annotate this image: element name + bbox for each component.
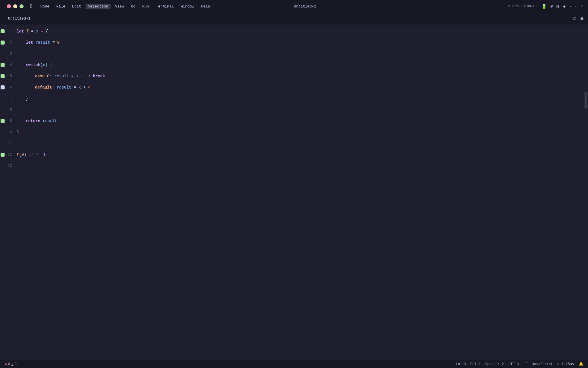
token-break: break xyxy=(93,74,105,78)
menu-edit[interactable]: Edit xyxy=(70,4,83,9)
notification-icon[interactable]: 🔔 xyxy=(579,362,583,367)
token-space-2 xyxy=(33,40,35,45)
menu-help[interactable]: Help xyxy=(199,4,212,9)
language-mode[interactable]: JavaScript xyxy=(532,362,553,366)
apple-icon[interactable]:  xyxy=(30,3,34,9)
time-icon[interactable]: ◷ xyxy=(556,3,559,9)
breakpoint-11[interactable] xyxy=(1,141,5,145)
token-paren-open: ( xyxy=(40,63,42,67)
token-semi: ; xyxy=(88,74,93,78)
menu-bar:  Code File Edit Selection View Go Run T… xyxy=(30,3,212,9)
token-space-4: { xyxy=(48,63,53,67)
code-line-2: let result = 0 xyxy=(14,37,588,48)
breakpoint-4[interactable] xyxy=(1,63,5,67)
token-space-12 xyxy=(26,152,29,157)
dot-indicator xyxy=(581,17,583,20)
airplay-icon[interactable]: ⊙ xyxy=(550,3,553,9)
code-line-5: case 0 : result = x + 1 ; break xyxy=(14,70,588,82)
status-right: Ln 13, Col 1 Spaces: 2 UTF-8 LF JavaScri… xyxy=(456,362,583,367)
menu-terminal[interactable]: Terminal xyxy=(154,4,176,9)
token-let-2: let xyxy=(26,40,33,45)
token-brace-open: { xyxy=(43,29,48,34)
cursor xyxy=(17,163,17,168)
breakpoint-9[interactable] xyxy=(1,119,5,123)
errors-indicator[interactable]: ⊗ 0 △ 0 xyxy=(5,362,17,367)
close-button[interactable] xyxy=(7,4,11,8)
gutter-row-7: 7 xyxy=(0,93,14,104)
token-result-2: result xyxy=(54,74,69,78)
list-icon[interactable]: ≡ xyxy=(581,4,583,9)
line-number-7: 7 xyxy=(6,96,12,101)
editor-area[interactable]: 1 2 3 4 5 6 7 xyxy=(0,24,588,360)
breakpoint-6[interactable] xyxy=(1,85,5,89)
breakpoint-2[interactable] xyxy=(1,41,5,45)
token-plus-6: + xyxy=(81,85,88,90)
minimize-button[interactable] xyxy=(13,4,17,8)
maximize-button[interactable] xyxy=(20,4,24,8)
menu-window[interactable]: Window xyxy=(178,4,196,9)
warn-icon: △ xyxy=(11,362,13,367)
token-default: default xyxy=(35,85,52,90)
token-f: f xyxy=(26,29,29,34)
breakpoint-3[interactable] xyxy=(1,52,5,56)
error-icon: ⊗ xyxy=(5,362,7,367)
token-switch: switch xyxy=(26,63,40,67)
menu-selection[interactable]: Selection xyxy=(86,4,110,9)
extension-icon[interactable]: ◈ xyxy=(563,3,566,9)
token-comment-12: // ? xyxy=(29,152,43,157)
menu-run[interactable]: Run xyxy=(140,4,151,9)
code-line-12: f ( 0 ) // ? 1 xyxy=(14,149,588,160)
menu-file[interactable]: File xyxy=(54,4,67,9)
network-info: 0 KB/s ↑ 0 KB/s ↓ xyxy=(508,5,538,8)
indentation[interactable]: Spaces: 2 xyxy=(485,362,504,366)
gutter-row-8: 8 xyxy=(0,104,14,115)
token-x-6: x xyxy=(78,85,81,90)
more-icon[interactable]: ··· xyxy=(569,4,577,9)
breakpoint-7[interactable] xyxy=(1,97,5,101)
token-eq-6: = xyxy=(71,85,78,90)
code-panel[interactable]: let f = x ⇒ { let result = 0 switch ( x … xyxy=(14,24,588,360)
code-line-7: } xyxy=(14,93,588,104)
breakpoint-5[interactable] xyxy=(1,74,5,78)
token-space-5a xyxy=(45,74,47,78)
token-return: return xyxy=(26,119,40,123)
breakpoint-12[interactable] xyxy=(1,153,5,157)
breakpoint-13[interactable] xyxy=(1,164,5,168)
token-one-5: 1 xyxy=(86,74,88,78)
menu-view[interactable]: View xyxy=(113,4,126,9)
gutter-row-6: 6 xyxy=(0,82,14,93)
status-bar: ⊗ 0 △ 0 Ln 13, Col 1 Spaces: 2 UTF-8 LF … xyxy=(0,360,588,368)
code-line-11 xyxy=(14,138,588,149)
token-plus-5: + xyxy=(78,74,86,78)
token-paren-close: ) xyxy=(45,63,47,67)
gutter-row-5: 5 xyxy=(0,70,14,82)
token-space-9 xyxy=(40,119,42,123)
menu-code[interactable]: Code xyxy=(38,4,52,9)
encoding[interactable]: UTF-8 xyxy=(508,362,519,366)
token-case: case xyxy=(35,74,45,78)
token-brace-close-10: } xyxy=(17,130,19,135)
editor-tab[interactable]: Untitled-1 xyxy=(5,15,34,22)
gutter-row-12: 12 xyxy=(0,149,14,160)
token-eq-5: = xyxy=(69,74,76,78)
gutter-row-3: 3 xyxy=(0,48,14,59)
test-result[interactable]: ✔ 1.25ms xyxy=(557,362,574,366)
tab-bar: Untitled-1 ⧉ xyxy=(0,13,588,24)
battery-icon: 🔋 xyxy=(541,3,547,9)
cursor-position[interactable]: Ln 13, Col 1 xyxy=(456,362,481,366)
scrollbar[interactable] xyxy=(585,91,587,109)
breakpoint-8[interactable] xyxy=(1,108,5,112)
split-editor-icon[interactable]: ⧉ xyxy=(573,16,576,21)
line-ending[interactable]: LF xyxy=(523,362,527,366)
token-let-1: let xyxy=(17,29,24,34)
line-number-11: 11 xyxy=(6,141,12,145)
line-number-9: 9 xyxy=(6,119,12,123)
menu-go[interactable]: Go xyxy=(129,4,138,9)
token-eq-2: = xyxy=(50,40,57,45)
line-number-3: 3 xyxy=(6,51,12,56)
token-space2 xyxy=(38,29,41,34)
token-result-1: result xyxy=(36,40,50,45)
breakpoint-10[interactable] xyxy=(1,130,5,134)
breakpoint-1[interactable] xyxy=(1,29,5,33)
code-line-6: default : result = x + 4 xyxy=(14,82,588,93)
